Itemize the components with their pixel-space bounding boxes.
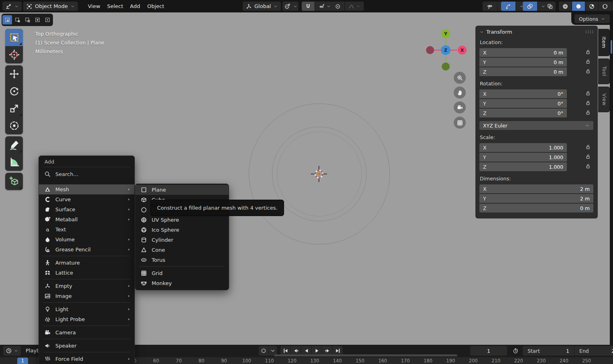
location-y-field[interactable]: Y0 m [479,58,567,67]
sidebar-tab-item[interactable]: Item [598,29,610,56]
lock-open-icon[interactable] [585,68,591,74]
sidebar-tab-tool[interactable]: Tool [598,59,610,84]
timeline-editor-type-button[interactable] [3,346,21,356]
mesh-submenu-item-monkey[interactable]: Monkey [135,278,229,288]
scale-y-field[interactable]: Y1.000 [479,153,567,162]
add-menu-item-mesh[interactable]: Mesh [39,184,134,194]
topbar-menu-object[interactable]: Object [144,0,168,12]
scale-x-field[interactable]: X1.000 [479,143,567,152]
timeline-scrollbar[interactable] [274,354,457,356]
lock-open-icon[interactable] [585,144,591,150]
topbar-menu-select[interactable]: Select [104,0,127,12]
add-menu-item-camera[interactable]: Camera [39,328,134,338]
add-menu-item-lattice[interactable]: Lattice [39,268,134,278]
lock-open-icon[interactable] [585,163,591,169]
shading-rendered-button[interactable] [599,2,611,11]
playback-menu[interactable]: Playb [26,348,40,354]
select-mode-set[interactable] [2,15,12,24]
tool-add-cube[interactable] [5,173,23,190]
add-menu-item-light-probe[interactable]: Light Probe [39,314,134,324]
orthographic-toggle-button[interactable] [454,117,466,129]
rotation-y-field[interactable]: Y0° [479,99,567,108]
tool-transform[interactable] [5,117,23,134]
tool-box-select[interactable] [5,29,23,46]
tool-annotate[interactable] [5,136,23,154]
transform-orientation-dropdown[interactable]: Global [243,2,281,11]
tool-measure[interactable] [5,154,23,171]
lock-open-icon[interactable] [585,59,591,65]
add-menu-item-image[interactable]: Image [39,291,134,301]
add-menu-item-metaball[interactable]: Metaball [39,214,134,224]
navigation-gizmo[interactable]: Y X Z [424,28,468,72]
lock-open-icon[interactable] [585,109,591,115]
mesh-submenu-item-torus[interactable]: Torus [135,255,229,265]
mesh-submenu-item-ico-sphere[interactable]: Ico Sphere [135,225,229,235]
mesh-submenu-item-cone[interactable]: Cone [135,245,229,255]
lock-open-icon[interactable] [585,100,591,106]
tool-scale[interactable] [5,100,23,117]
pivot-point-dropdown[interactable] [282,2,298,11]
drag-dots-icon[interactable] [585,30,594,34]
topbar-menu-add[interactable]: Add [126,0,144,12]
location-z-field[interactable]: Z0 m [479,67,567,76]
mesh-submenu-item-uv-sphere[interactable]: UV Sphere [135,215,229,225]
lock-open-icon[interactable] [585,154,591,160]
shading-material-button[interactable] [585,2,598,11]
proportional-editing-toggle[interactable] [331,2,344,11]
add-menu-item-grease-pencil[interactable]: Grease Pencil [39,245,134,255]
proportional-falloff-dropdown[interactable] [345,2,364,11]
add-menu-item-empty[interactable]: Empty [39,281,134,291]
end-frame-field[interactable]: End 250 [574,346,613,356]
use-preview-range-button[interactable] [510,346,521,355]
rotation-x-field[interactable]: X0° [479,89,567,98]
editor-type-button[interactable] [2,2,22,11]
add-menu-item-text[interactable]: aText [39,224,134,235]
mesh-submenu-item-cylinder[interactable]: Cylinder [135,235,229,245]
add-menu-item-curve[interactable]: Curve [39,194,134,204]
add-menu-item-speaker[interactable]: Speaker [39,341,134,351]
add-menu-item-volume[interactable]: Volume [39,235,134,245]
show-overlays-toggle[interactable] [523,2,537,11]
select-mode-invert[interactable] [32,15,42,24]
select-mode-intersect[interactable] [43,15,52,24]
object-mode-dropdown[interactable]: Object Mode [23,2,78,11]
selectability-visibility-dropdown[interactable] [483,2,497,11]
zoom-button[interactable] [454,72,466,84]
xray-toggle[interactable] [545,2,556,11]
auto-keying-toggle[interactable] [259,346,268,356]
add-menu-item-light[interactable]: Light [39,304,134,314]
add-menu-item-force-field[interactable]: Force Field [39,354,134,364]
snap-toggle[interactable] [302,2,315,11]
camera-view-button[interactable] [454,101,466,113]
add-menu-item-surface[interactable]: Surface [39,204,134,214]
rotation-order-dropdown[interactable]: XYZ Euler [479,121,593,130]
location-x-field[interactable]: X0 m [479,48,567,57]
dimensions-x-field[interactable]: X2 m [479,184,593,193]
scale-z-field[interactable]: Z1.000 [479,162,567,171]
rotation-z-field[interactable]: Z0° [479,109,567,117]
topbar-menu-view[interactable]: View [84,0,104,12]
transform-panel-header[interactable]: Transform [479,29,594,35]
lock-open-icon[interactable] [585,90,591,96]
lock-open-icon[interactable] [585,49,591,55]
mesh-submenu-item-grid[interactable]: Grid [135,268,229,278]
dimensions-y-field[interactable]: Y2 m [479,194,593,203]
shading-wireframe-button[interactable] [559,2,572,11]
tool-rotate[interactable] [5,83,23,100]
select-mode-subtract[interactable] [22,15,32,24]
mesh-submenu-item-plane[interactable]: Plane [135,185,229,195]
tool-cursor[interactable] [5,46,23,63]
select-mode-extend[interactable] [12,15,22,24]
playhead[interactable]: 1 [17,358,28,364]
sidebar-tab-view[interactable]: View [598,87,610,112]
add-menu-item-search[interactable]: Search... [39,169,134,179]
current-frame-field[interactable]: 1 [470,346,507,356]
show-gizmo-toggle[interactable] [501,2,516,11]
vertical-scrollbar[interactable] [611,40,612,54]
add-menu-item-armature[interactable]: Armature [39,258,134,268]
start-frame-field[interactable]: Start 1 [523,346,574,356]
tool-move[interactable] [5,65,23,83]
shading-solid-button[interactable] [572,2,585,11]
dimensions-z-field[interactable]: Z0 m [479,204,593,212]
options-button[interactable]: Options [574,14,610,23]
